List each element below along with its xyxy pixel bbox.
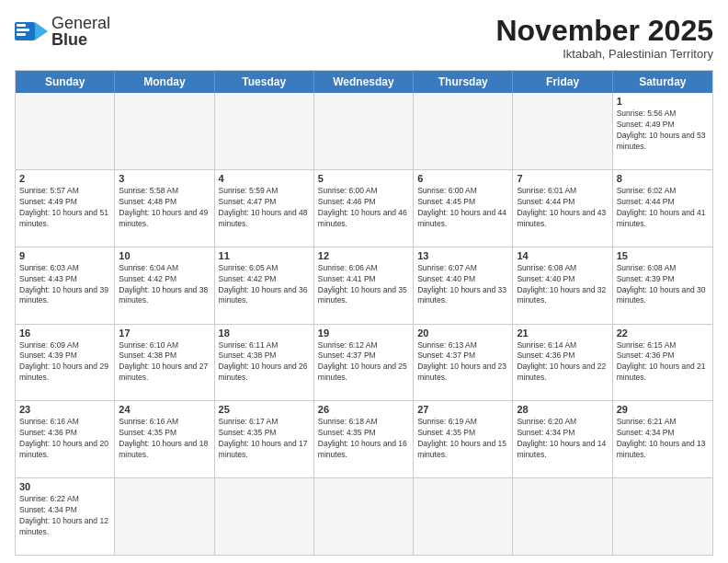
day-number: 1	[617, 96, 709, 107]
day-number: 2	[19, 173, 110, 184]
svg-marker-1	[35, 22, 48, 40]
day-number: 9	[19, 250, 110, 261]
calendar-cell: 9Sunrise: 6:03 AM Sunset: 4:43 PM Daylig…	[16, 247, 115, 324]
calendar-cell: 18Sunrise: 6:11 AM Sunset: 4:38 PM Dayli…	[215, 325, 314, 401]
calendar-cell: 2Sunrise: 5:57 AM Sunset: 4:49 PM Daylig…	[16, 170, 115, 247]
calendar-cell: 17Sunrise: 6:10 AM Sunset: 4:38 PM Dayli…	[115, 325, 214, 401]
calendar-cell: 6Sunrise: 6:00 AM Sunset: 4:45 PM Daylig…	[414, 170, 513, 247]
calendar-cell	[513, 93, 612, 169]
sun-info: Sunrise: 6:08 AM Sunset: 4:39 PM Dayligh…	[617, 263, 709, 307]
sun-info: Sunrise: 6:14 AM Sunset: 4:36 PM Dayligh…	[517, 340, 608, 385]
day-number: 8	[617, 173, 709, 184]
day-number: 5	[318, 173, 409, 184]
calendar-cell: 13Sunrise: 6:07 AM Sunset: 4:40 PM Dayli…	[414, 247, 513, 324]
calendar-header: SundayMondayTuesdayWednesdayThursdayFrid…	[16, 71, 712, 93]
logo-text: GeneralBlue	[51, 15, 110, 48]
month-title: November 2025	[495, 15, 713, 47]
day-number: 15	[617, 250, 709, 261]
calendar-row-2: 9Sunrise: 6:03 AM Sunset: 4:43 PM Daylig…	[16, 247, 712, 325]
calendar-cell: 5Sunrise: 6:00 AM Sunset: 4:46 PM Daylig…	[314, 170, 414, 247]
sun-info: Sunrise: 6:09 AM Sunset: 4:39 PM Dayligh…	[19, 340, 110, 385]
generalblue-logo-icon	[15, 18, 48, 44]
day-number: 29	[617, 404, 709, 415]
day-number: 3	[119, 173, 210, 184]
sun-info: Sunrise: 6:16 AM Sunset: 4:36 PM Dayligh…	[19, 417, 110, 461]
calendar-cell: 22Sunrise: 6:15 AM Sunset: 4:36 PM Dayli…	[613, 325, 712, 401]
header-day-wednesday: Wednesday	[314, 71, 414, 93]
calendar-cell	[16, 93, 115, 169]
sun-info: Sunrise: 6:13 AM Sunset: 4:37 PM Dayligh…	[417, 340, 508, 385]
sun-info: Sunrise: 6:04 AM Sunset: 4:42 PM Dayligh…	[119, 263, 210, 307]
sun-info: Sunrise: 6:10 AM Sunset: 4:38 PM Dayligh…	[119, 340, 210, 385]
calendar-cell	[314, 93, 414, 169]
svg-rect-3	[17, 29, 29, 31]
calendar-cell: 26Sunrise: 6:18 AM Sunset: 4:35 PM Dayli…	[314, 401, 414, 477]
calendar-cell: 21Sunrise: 6:14 AM Sunset: 4:36 PM Dayli…	[513, 325, 612, 401]
calendar-cell: 10Sunrise: 6:04 AM Sunset: 4:42 PM Dayli…	[115, 247, 214, 324]
calendar-cell	[414, 478, 513, 555]
calendar-row-1: 2Sunrise: 5:57 AM Sunset: 4:49 PM Daylig…	[16, 170, 712, 247]
day-number: 20	[417, 327, 508, 339]
sun-info: Sunrise: 6:18 AM Sunset: 4:35 PM Dayligh…	[318, 417, 409, 461]
header-day-monday: Monday	[115, 71, 214, 93]
calendar-cell: 27Sunrise: 6:19 AM Sunset: 4:35 PM Dayli…	[414, 401, 513, 477]
logo: GeneralBlue	[15, 15, 110, 48]
calendar-cell: 20Sunrise: 6:13 AM Sunset: 4:37 PM Dayli…	[414, 325, 513, 401]
day-number: 27	[417, 404, 508, 415]
header-day-friday: Friday	[513, 71, 612, 93]
day-number: 17	[119, 327, 210, 339]
sun-info: Sunrise: 6:05 AM Sunset: 4:42 PM Dayligh…	[219, 263, 310, 307]
calendar-cell: 30Sunrise: 6:22 AM Sunset: 4:34 PM Dayli…	[16, 478, 115, 555]
day-number: 22	[617, 327, 709, 339]
header-day-saturday: Saturday	[613, 71, 712, 93]
calendar-cell: 24Sunrise: 6:16 AM Sunset: 4:35 PM Dayli…	[115, 401, 214, 477]
day-number: 24	[119, 404, 210, 415]
sun-info: Sunrise: 6:06 AM Sunset: 4:41 PM Dayligh…	[318, 263, 409, 307]
sun-info: Sunrise: 6:01 AM Sunset: 4:44 PM Dayligh…	[517, 186, 608, 230]
sun-info: Sunrise: 6:03 AM Sunset: 4:43 PM Dayligh…	[19, 263, 110, 307]
sun-info: Sunrise: 6:08 AM Sunset: 4:40 PM Dayligh…	[517, 263, 608, 307]
day-number: 18	[219, 327, 310, 339]
sun-info: Sunrise: 6:19 AM Sunset: 4:35 PM Dayligh…	[417, 417, 508, 461]
sun-info: Sunrise: 5:58 AM Sunset: 4:48 PM Dayligh…	[119, 186, 210, 230]
sun-info: Sunrise: 6:00 AM Sunset: 4:45 PM Dayligh…	[417, 186, 508, 230]
calendar: SundayMondayTuesdayWednesdayThursdayFrid…	[15, 70, 713, 556]
day-number: 16	[19, 327, 110, 339]
calendar-cell: 28Sunrise: 6:20 AM Sunset: 4:34 PM Dayli…	[513, 401, 612, 477]
calendar-cell: 14Sunrise: 6:08 AM Sunset: 4:40 PM Dayli…	[513, 247, 612, 324]
day-number: 6	[417, 173, 508, 184]
day-number: 7	[517, 173, 608, 184]
page: GeneralBlue November 2025 Iktabah, Pales…	[0, 0, 728, 563]
sun-info: Sunrise: 5:57 AM Sunset: 4:49 PM Dayligh…	[19, 186, 110, 230]
day-number: 25	[219, 404, 310, 415]
sun-info: Sunrise: 5:59 AM Sunset: 4:47 PM Dayligh…	[219, 186, 310, 230]
header: GeneralBlue November 2025 Iktabah, Pales…	[15, 15, 713, 61]
location: Iktabah, Palestinian Territory	[495, 47, 713, 61]
calendar-cell	[115, 93, 214, 169]
day-number: 21	[517, 327, 608, 339]
calendar-cell	[613, 478, 712, 555]
calendar-cell	[414, 93, 513, 169]
calendar-cell	[513, 478, 612, 555]
sun-info: Sunrise: 6:00 AM Sunset: 4:46 PM Dayligh…	[318, 186, 409, 230]
day-number: 12	[318, 250, 409, 261]
sun-info: Sunrise: 6:15 AM Sunset: 4:36 PM Dayligh…	[617, 340, 709, 385]
calendar-cell: 16Sunrise: 6:09 AM Sunset: 4:39 PM Dayli…	[16, 325, 115, 401]
day-number: 4	[219, 173, 310, 184]
day-number: 23	[19, 404, 110, 415]
sun-info: Sunrise: 6:11 AM Sunset: 4:38 PM Dayligh…	[219, 340, 310, 385]
header-day-thursday: Thursday	[414, 71, 513, 93]
calendar-cell	[115, 478, 214, 555]
day-number: 11	[219, 250, 310, 261]
day-number: 19	[318, 327, 409, 339]
day-number: 26	[318, 404, 409, 415]
header-day-tuesday: Tuesday	[215, 71, 314, 93]
calendar-row-0: 1Sunrise: 5:56 AM Sunset: 4:49 PM Daylig…	[16, 93, 712, 170]
sun-info: Sunrise: 6:21 AM Sunset: 4:34 PM Dayligh…	[617, 417, 709, 461]
calendar-cell: 3Sunrise: 5:58 AM Sunset: 4:48 PM Daylig…	[115, 170, 214, 247]
title-section: November 2025 Iktabah, Palestinian Terri…	[495, 15, 713, 61]
day-number: 14	[517, 250, 608, 261]
header-day-sunday: Sunday	[16, 71, 115, 93]
calendar-cell: 1Sunrise: 5:56 AM Sunset: 4:49 PM Daylig…	[613, 93, 712, 169]
day-number: 13	[417, 250, 508, 261]
